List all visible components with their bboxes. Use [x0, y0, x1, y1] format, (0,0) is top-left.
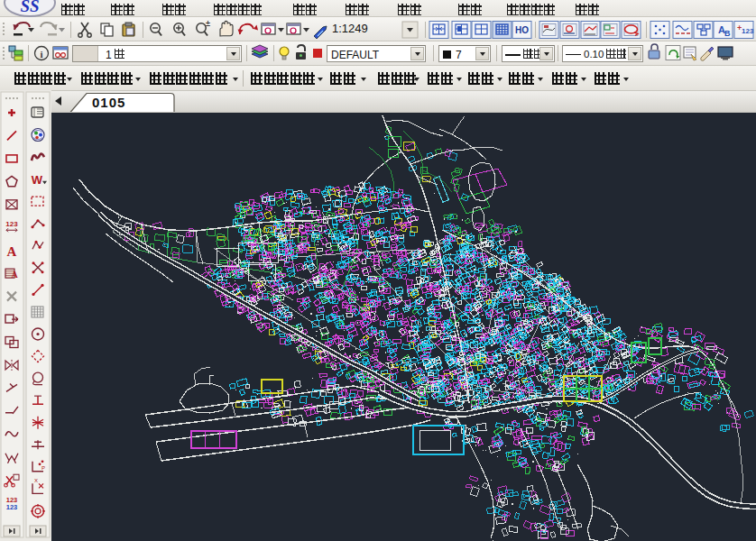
- svg-text:HO: HO: [515, 25, 529, 35]
- svg-text:123: 123: [5, 220, 18, 228]
- svg-text:X: X: [34, 478, 38, 483]
- svg-text:123: 123: [742, 27, 754, 35]
- svg-text:W: W: [32, 173, 43, 187]
- svg-text:SS: SS: [20, 0, 39, 15]
- svg-text:A: A: [11, 270, 18, 280]
- svg-text:A: A: [7, 244, 17, 259]
- svg-text:±: ±: [206, 19, 210, 28]
- svg-text:123: 123: [6, 503, 18, 511]
- svg-text:i: i: [40, 49, 42, 60]
- svg-text:P: P: [41, 465, 45, 471]
- svg-text:B: B: [724, 29, 731, 38]
